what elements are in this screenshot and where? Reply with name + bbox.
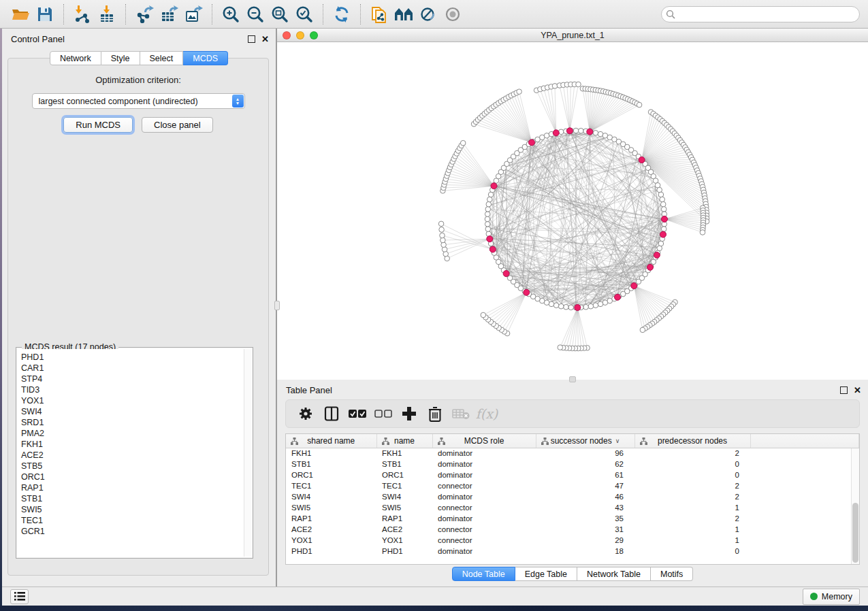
network-from-selection-button[interactable]: [367, 3, 391, 26]
column-header-shared-name[interactable]: shared name: [286, 434, 376, 448]
control-panel-title: Control Panel: [11, 34, 65, 44]
mcds-result-item[interactable]: TEC1: [21, 515, 243, 526]
control-panel-close-button[interactable]: ✕: [261, 35, 269, 43]
tab-motifs[interactable]: Motifs: [651, 567, 693, 581]
table-row[interactable]: RAP1RAP1dominator352: [286, 513, 859, 524]
mcds-result-item[interactable]: ORC1: [21, 472, 243, 482]
network-canvas[interactable]: [277, 42, 868, 380]
import-network-button[interactable]: [70, 3, 95, 26]
tab-node-table[interactable]: Node Table: [452, 567, 515, 581]
tab-network[interactable]: Network: [50, 51, 101, 65]
zoom-in-icon: [222, 5, 240, 23]
mcds-result-box: MCDS result (17 nodes) PHD1CAR1STP4TID3Y…: [16, 347, 253, 559]
mcds-result-item[interactable]: YOX1: [21, 395, 243, 406]
delete-column-button[interactable]: [423, 402, 447, 425]
tab-select[interactable]: Select: [140, 51, 184, 65]
tab-style[interactable]: Style: [101, 51, 140, 65]
export-table-button[interactable]: [157, 3, 181, 26]
zoom-out-button[interactable]: [243, 3, 268, 26]
mcds-result-item[interactable]: STB1: [21, 493, 243, 504]
toolbar-separator: [360, 4, 361, 24]
table-row[interactable]: STB1STB1dominator620: [286, 459, 859, 469]
table-panel-tabs: Node TableEdge TableNetwork TableMotifs: [277, 567, 868, 581]
zoom-in-button[interactable]: [219, 3, 243, 26]
table-row[interactable]: ACE2ACE2connector311: [286, 524, 859, 535]
control-panel-header: Control Panel ✕: [2, 29, 276, 46]
zoom-selected-button[interactable]: [292, 3, 317, 26]
close-panel-button[interactable]: Close panel: [142, 117, 213, 133]
memory-button[interactable]: Memory: [803, 589, 860, 605]
add-column-button[interactable]: [398, 402, 421, 425]
control-panel-float-button[interactable]: [248, 35, 255, 43]
run-mcds-button[interactable]: Run MCDS: [63, 117, 133, 133]
table-settings-button[interactable]: [294, 402, 317, 425]
mcds-result-item[interactable]: SWI4: [21, 406, 243, 417]
criterion-selected-value: largest connected component (undirected): [39, 97, 198, 106]
deselect-all-button[interactable]: [372, 402, 395, 425]
table-scrollbar-thumb[interactable]: [852, 503, 858, 563]
open-file-button[interactable]: [8, 3, 33, 26]
toolbar-separator: [323, 4, 323, 24]
function-builder-button[interactable]: f(x): [475, 402, 498, 425]
export-network-button[interactable]: [132, 3, 157, 26]
mcds-result-item[interactable]: TID3: [21, 384, 243, 395]
search-icon: [666, 10, 675, 19]
combo-stepper-icon: ▲▼: [232, 95, 244, 108]
table-panel-float-button[interactable]: [840, 386, 848, 394]
tab-network-table[interactable]: Network Table: [577, 567, 651, 581]
mcds-result-list: PHD1CAR1STP4TID3YOX1SWI4SRD1PMA2FKH1ACE2…: [18, 349, 243, 557]
table-row[interactable]: TEC1TEC1connector472: [286, 480, 859, 491]
optimization-criterion-select[interactable]: largest connected component (undirected)…: [32, 93, 245, 109]
mcds-result-item[interactable]: STP4: [21, 374, 243, 384]
apply-layout-button[interactable]: [329, 3, 354, 26]
control-panel: Control Panel ✕ NetworkStyleSelectMCDS O…: [2, 29, 276, 587]
export-image-button[interactable]: [181, 3, 206, 26]
table-panel-close-button[interactable]: ✕: [854, 386, 861, 394]
hide-selected-button[interactable]: [416, 3, 440, 26]
node-table-body: FKH1FKH1dominator962STB1STB1dominator620…: [286, 448, 859, 557]
column-header-MCDS-role[interactable]: MCDS role: [432, 434, 536, 448]
tab-mcds[interactable]: MCDS: [183, 51, 228, 65]
zoom-fit-icon: [271, 5, 289, 23]
delete-table-icon: [452, 408, 470, 420]
import-table-button[interactable]: [95, 3, 119, 26]
mcds-result-item[interactable]: FKH1: [21, 439, 243, 450]
mcds-result-item[interactable]: PHD1: [21, 352, 243, 363]
first-neighbors-button[interactable]: [391, 3, 416, 26]
table-panel-title: Table Panel: [286, 385, 332, 395]
table-row[interactable]: SWI5SWI5connector431: [286, 502, 859, 513]
horizontal-splitter-grip[interactable]: [569, 376, 576, 382]
mcds-result-item[interactable]: CAR1: [21, 363, 243, 374]
table-row[interactable]: FKH1FKH1dominator962: [286, 448, 859, 459]
column-header-predecessor-nodes[interactable]: predecessor nodes: [634, 434, 750, 448]
table-row[interactable]: PHD1PHD1dominator180: [286, 546, 859, 557]
column-header-successor-nodes[interactable]: successor nodes∨: [536, 434, 634, 448]
mcds-result-item[interactable]: ACE2: [21, 450, 243, 461]
delete-table-button[interactable]: [449, 402, 472, 425]
tab-edge-table[interactable]: Edge Table: [515, 567, 577, 581]
save-session-button[interactable]: [33, 3, 57, 26]
trash-icon: [428, 406, 442, 422]
unchecked-boxes-icon: [374, 409, 392, 418]
vertical-splitter-grip[interactable]: [274, 301, 280, 310]
table-row[interactable]: YOX1YOX1connector291: [286, 535, 859, 546]
mcds-result-item[interactable]: GCR1: [21, 526, 243, 537]
mcds-result-item[interactable]: RAP1: [21, 482, 243, 493]
status-bar: Memory: [2, 587, 868, 606]
mcds-result-item[interactable]: STB5: [21, 461, 243, 472]
show-all-button[interactable]: [440, 3, 465, 26]
column-header-name[interactable]: name: [376, 434, 432, 448]
mcds-result-item[interactable]: SRD1: [21, 417, 243, 428]
search-input[interactable]: [661, 6, 860, 22]
zoom-fit-button[interactable]: [268, 3, 292, 26]
show-columns-button[interactable]: [320, 402, 343, 425]
table-scrollbar[interactable]: [851, 448, 859, 564]
table-row[interactable]: ORC1ORC1dominator610: [286, 469, 859, 480]
mcds-result-item[interactable]: SWI5: [21, 504, 243, 515]
table-toolbar: f(x): [285, 399, 860, 428]
mcds-result-item[interactable]: PMA2: [21, 428, 243, 439]
mcds-result-scrollbar[interactable]: [244, 349, 251, 557]
select-all-button[interactable]: [346, 402, 369, 425]
table-row[interactable]: SWI4SWI4dominator462: [286, 491, 859, 502]
show-panels-list-button[interactable]: [10, 589, 29, 604]
